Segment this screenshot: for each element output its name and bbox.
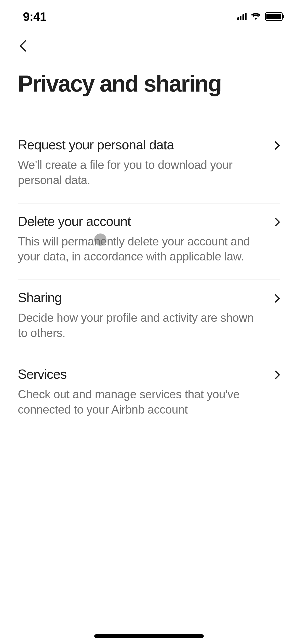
chevron-right-icon bbox=[275, 214, 280, 228]
list-item-title: Sharing bbox=[18, 290, 264, 305]
list-item-content: Request your personal data We'll create … bbox=[18, 137, 275, 188]
list-item-sharing[interactable]: Sharing Decide how your profile and acti… bbox=[18, 280, 280, 356]
list-item-description: This will permanently delete your accoun… bbox=[18, 234, 264, 265]
list-item-title: Delete your account bbox=[18, 214, 264, 229]
list-item-content: Sharing Decide how your profile and acti… bbox=[18, 290, 275, 341]
status-bar: 9:41 bbox=[0, 0, 298, 25]
list-item-content: Services Check out and manage services t… bbox=[18, 367, 275, 417]
list-item-request-data[interactable]: Request your personal data We'll create … bbox=[18, 127, 280, 203]
cellular-signal-icon bbox=[237, 13, 247, 20]
home-indicator[interactable] bbox=[94, 634, 204, 638]
status-icons bbox=[237, 12, 283, 21]
list-item-title: Services bbox=[18, 367, 264, 382]
list-item-description: Decide how your profile and activity are… bbox=[18, 310, 264, 341]
chevron-right-icon bbox=[275, 367, 280, 380]
list-item-delete-account[interactable]: Delete your account This will permanentl… bbox=[18, 203, 280, 280]
wifi-icon bbox=[251, 12, 261, 21]
nav-bar bbox=[0, 25, 298, 61]
main-content: Privacy and sharing Request your persona… bbox=[0, 61, 298, 432]
status-time: 9:41 bbox=[23, 10, 46, 24]
chevron-left-icon bbox=[19, 40, 26, 52]
list-item-title: Request your personal data bbox=[18, 137, 264, 152]
chevron-right-icon bbox=[275, 137, 280, 151]
page-title: Privacy and sharing bbox=[18, 71, 280, 96]
list-item-description: We'll create a file for you to download … bbox=[18, 157, 264, 188]
chevron-right-icon bbox=[275, 290, 280, 304]
list-item-services[interactable]: Services Check out and manage services t… bbox=[18, 356, 280, 433]
battery-icon bbox=[265, 12, 283, 21]
back-button[interactable] bbox=[18, 41, 28, 51]
list-item-description: Check out and manage services that you'v… bbox=[18, 387, 264, 417]
list-item-content: Delete your account This will permanentl… bbox=[18, 214, 275, 265]
